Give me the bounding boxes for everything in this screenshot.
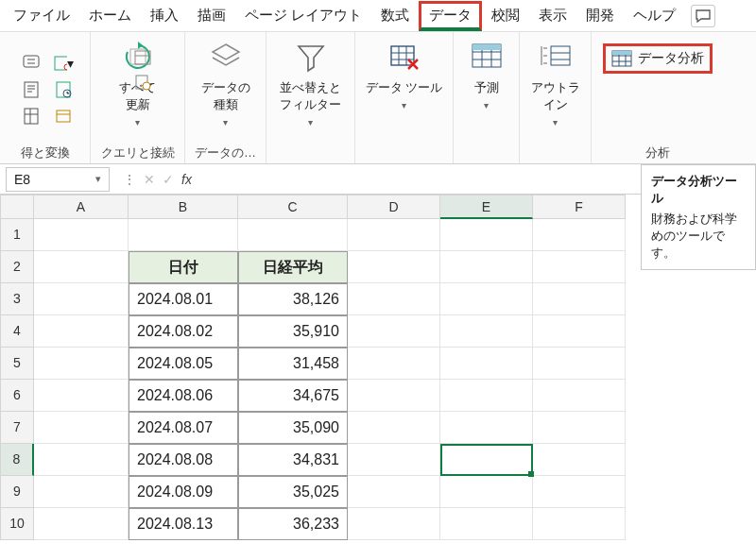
cell-E4[interactable] xyxy=(440,315,533,348)
from-text-icon[interactable] xyxy=(21,79,42,100)
cell-B5[interactable]: 2024.08.05 xyxy=(129,348,238,380)
cell-A7[interactable] xyxy=(34,412,129,444)
select-all-corner[interactable] xyxy=(0,195,34,219)
edit-links-icon[interactable] xyxy=(132,96,153,117)
cell-D4[interactable] xyxy=(348,315,440,348)
menu-insert[interactable]: 挿入 xyxy=(141,1,188,30)
queries-icon[interactable] xyxy=(132,47,153,68)
cell-D8[interactable] xyxy=(348,444,440,476)
fx-cancel-icon[interactable]: ✕ xyxy=(144,172,155,187)
row-header[interactable]: 4 xyxy=(0,315,34,348)
cell-F3[interactable] xyxy=(533,283,626,315)
cell-B10[interactable]: 2024.08.13 xyxy=(129,508,238,540)
menu-file[interactable]: ファイル xyxy=(4,1,79,30)
cell-C6[interactable]: 34,675 xyxy=(238,380,348,412)
row-header[interactable]: 5 xyxy=(0,348,34,380)
cell-C8[interactable]: 34,831 xyxy=(238,444,348,476)
data-tools-button[interactable]: データ ツール ▾ xyxy=(366,38,443,110)
cell-D3[interactable] xyxy=(348,283,440,315)
row-header[interactable]: 6 xyxy=(0,380,34,412)
cell-F1[interactable] xyxy=(533,219,626,251)
data-types-button[interactable]: データの 種類 ▾ xyxy=(201,38,250,127)
cell-B9[interactable]: 2024.08.09 xyxy=(129,476,238,508)
col-header-d[interactable]: D xyxy=(348,195,440,219)
cell-A2[interactable] xyxy=(34,251,129,283)
cell-E8[interactable] xyxy=(440,444,533,476)
cell-C1[interactable] xyxy=(238,219,348,251)
menu-formulas[interactable]: 数式 xyxy=(371,1,419,30)
row-header[interactable]: 1 xyxy=(0,219,34,251)
row-header[interactable]: 9 xyxy=(0,476,34,508)
row-header[interactable]: 8 xyxy=(0,444,34,476)
from-web-icon[interactable]: ▾ xyxy=(53,53,74,74)
col-header-c[interactable]: C xyxy=(238,195,348,219)
menu-draw[interactable]: 描画 xyxy=(188,1,235,30)
cell-E9[interactable] xyxy=(440,476,533,508)
cell-C10[interactable]: 36,233 xyxy=(238,508,348,540)
cell-D1[interactable] xyxy=(348,219,440,251)
cell-A3[interactable] xyxy=(34,283,129,315)
get-data-icon[interactable] xyxy=(21,53,42,74)
cell-C7[interactable]: 35,090 xyxy=(238,412,348,444)
cell-A5[interactable] xyxy=(34,348,129,380)
cell-F7[interactable] xyxy=(533,412,626,444)
cell-C9[interactable]: 35,025 xyxy=(238,476,348,508)
menu-view[interactable]: 表示 xyxy=(529,1,576,30)
menu-page-layout[interactable]: ページ レイアウト xyxy=(235,1,371,30)
sort-filter-button[interactable]: 並べ替えと フィルター ▾ xyxy=(280,38,341,127)
cell-A10[interactable] xyxy=(34,508,129,540)
data-analysis-button[interactable]: データ分析 xyxy=(603,43,713,74)
cell-F8[interactable] xyxy=(533,444,626,476)
cell-F10[interactable] xyxy=(533,508,626,540)
fx-icon[interactable]: fx xyxy=(181,172,192,187)
cell-B6[interactable]: 2024.08.06 xyxy=(129,380,238,412)
cell-A6[interactable] xyxy=(34,380,129,412)
col-header-f[interactable]: F xyxy=(533,195,626,219)
cell-D2[interactable] xyxy=(348,251,440,283)
row-header[interactable]: 3 xyxy=(0,283,34,315)
fx-more-icon[interactable]: ⋮ xyxy=(123,172,136,187)
cell-E7[interactable] xyxy=(440,412,533,444)
cell-A4[interactable] xyxy=(34,315,129,348)
menu-review[interactable]: 校閲 xyxy=(482,1,529,30)
from-table-icon[interactable] xyxy=(21,106,42,127)
cell-E2[interactable] xyxy=(440,251,533,283)
recent-sources-icon[interactable] xyxy=(53,79,74,100)
cell-A1[interactable] xyxy=(34,219,129,251)
cell-D6[interactable] xyxy=(348,380,440,412)
menu-developer[interactable]: 開発 xyxy=(576,1,624,30)
properties-icon[interactable] xyxy=(132,72,153,93)
cell-D10[interactable] xyxy=(348,508,440,540)
cell-B1[interactable] xyxy=(129,219,238,251)
menu-help[interactable]: ヘルプ xyxy=(624,1,685,30)
cell-C2[interactable]: 日経平均 xyxy=(238,251,348,283)
name-box[interactable]: E8▾ xyxy=(6,167,110,192)
cell-C4[interactable]: 35,910 xyxy=(238,315,348,348)
menu-home[interactable]: ホーム xyxy=(79,1,141,30)
cell-E10[interactable] xyxy=(440,508,533,540)
forecast-button[interactable]: 予測 ▾ xyxy=(464,38,509,110)
existing-conn-icon[interactable] xyxy=(53,106,74,127)
spreadsheet-grid[interactable]: A B C D E F 12日付日経平均32024.08.0138,126420… xyxy=(0,195,756,540)
row-header[interactable]: 2 xyxy=(0,251,34,283)
cell-E1[interactable] xyxy=(440,219,533,251)
cell-F4[interactable] xyxy=(533,315,626,348)
cell-F2[interactable] xyxy=(533,251,626,283)
col-header-e[interactable]: E xyxy=(440,195,533,219)
cell-B8[interactable]: 2024.08.08 xyxy=(129,444,238,476)
cell-D5[interactable] xyxy=(348,348,440,380)
fx-confirm-icon[interactable]: ✓ xyxy=(163,172,174,187)
cell-B7[interactable]: 2024.08.07 xyxy=(129,412,238,444)
comments-icon[interactable] xyxy=(691,5,715,27)
cell-E6[interactable] xyxy=(440,380,533,412)
cell-C3[interactable]: 38,126 xyxy=(238,283,348,315)
menu-data[interactable]: データ xyxy=(419,1,482,31)
row-header[interactable]: 10 xyxy=(0,508,34,540)
cell-B4[interactable]: 2024.08.02 xyxy=(129,315,238,348)
cell-B2[interactable]: 日付 xyxy=(129,251,238,283)
row-header[interactable]: 7 xyxy=(0,412,34,444)
cell-E3[interactable] xyxy=(440,283,533,315)
cell-C5[interactable]: 31,458 xyxy=(238,348,348,380)
cell-F9[interactable] xyxy=(533,476,626,508)
cell-B3[interactable]: 2024.08.01 xyxy=(129,283,238,315)
